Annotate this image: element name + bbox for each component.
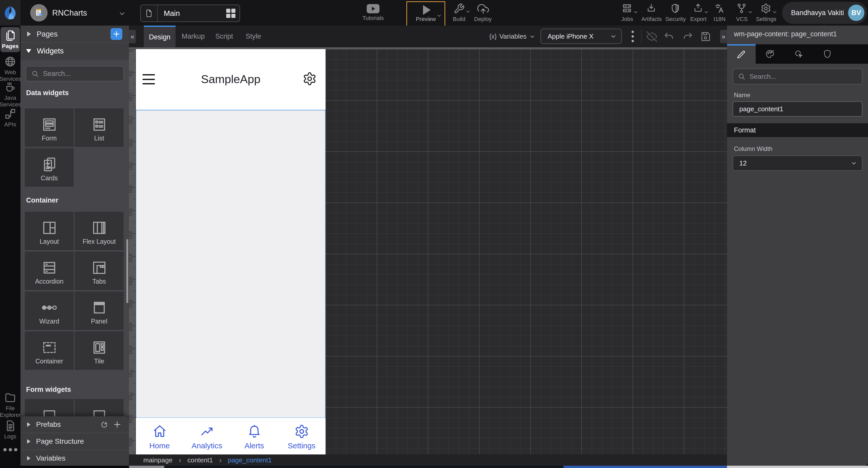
widget-tile-tile[interactable]: Tile bbox=[75, 331, 124, 370]
widget-tile-label: Form bbox=[42, 135, 57, 142]
tab-script[interactable]: Script bbox=[211, 26, 237, 47]
project-menu-chevron-icon[interactable] bbox=[118, 10, 126, 18]
widget-tile-wizard[interactable]: Wizard bbox=[25, 292, 74, 330]
tab-styles[interactable] bbox=[756, 44, 784, 64]
sidebar-item-logs[interactable]: Logs bbox=[0, 420, 21, 440]
wavemaker-studio-window: RNCharts Main Tutorials Preview Build bbox=[0, 0, 868, 468]
save-icon[interactable] bbox=[700, 31, 711, 42]
widgets-section-header[interactable]: Widgets bbox=[21, 42, 129, 60]
artifacts-button[interactable]: Artifacts bbox=[639, 0, 664, 26]
page-structure-section-header[interactable]: Page Structure bbox=[21, 433, 129, 450]
prefabs-refresh-icon[interactable] bbox=[99, 421, 107, 428]
widgets-list: Data widgets Form List Cards Container L… bbox=[21, 60, 129, 416]
column-width-select[interactable]: 12 bbox=[733, 156, 862, 171]
name-field-label: Name bbox=[734, 92, 750, 99]
project-avatar[interactable] bbox=[30, 4, 48, 22]
breadcrumb-item-mainpage[interactable]: mainpage bbox=[143, 456, 173, 464]
bottom-edge-right bbox=[727, 466, 868, 468]
widget-search[interactable] bbox=[26, 66, 124, 81]
hide-preview-icon[interactable] bbox=[646, 31, 657, 42]
redo-icon[interactable] bbox=[682, 31, 693, 42]
page-selector[interactable]: Main bbox=[140, 5, 240, 22]
jobs-chevron-icon bbox=[633, 9, 639, 15]
preview-button[interactable]: Preview bbox=[406, 1, 445, 26]
widget-tile-panel[interactable]: Panel bbox=[75, 292, 124, 330]
deploy-button[interactable]: Deploy bbox=[469, 0, 497, 26]
property-search[interactable] bbox=[733, 69, 862, 85]
nav-item-analytics[interactable]: Analytics bbox=[183, 418, 230, 455]
widget-tile-cards[interactable]: Cards bbox=[25, 148, 74, 187]
widget-tile-layout[interactable]: Layout bbox=[25, 212, 74, 250]
add-page-button[interactable] bbox=[111, 28, 122, 40]
widget-tile-accordion[interactable]: Accordion bbox=[25, 252, 74, 290]
prefabs-add-icon[interactable] bbox=[113, 421, 121, 429]
cursor-click-icon bbox=[794, 49, 804, 59]
collapse-right-panel-button[interactable]: » bbox=[720, 30, 727, 43]
property-search-input[interactable] bbox=[749, 72, 847, 81]
wavemaker-logo[interactable] bbox=[0, 0, 21, 26]
phone-app-title[interactable]: SampleApp bbox=[136, 73, 326, 86]
widget-tile-label: Container bbox=[35, 358, 63, 365]
build-button[interactable]: Build bbox=[446, 0, 472, 26]
sidebar-item-file-explorer[interactable]: File Explorer bbox=[0, 392, 21, 419]
tab-design[interactable]: Design bbox=[144, 26, 176, 47]
phone-header-gear-icon[interactable] bbox=[303, 72, 317, 86]
tab-markup[interactable]: Markup bbox=[179, 26, 207, 47]
tab-security[interactable] bbox=[813, 44, 842, 64]
canvas-horizontal-scrollbar[interactable] bbox=[129, 466, 164, 468]
tutorials-button[interactable]: Tutorials bbox=[358, 0, 389, 26]
canvas-more-menu[interactable] bbox=[627, 26, 638, 47]
breadcrumb-item-content1[interactable]: content1 bbox=[187, 456, 213, 464]
widget-tile-label: Wizard bbox=[39, 317, 59, 325]
i18n-button[interactable]: I18N bbox=[709, 0, 730, 26]
security-button[interactable]: Security bbox=[663, 0, 688, 26]
user-menu[interactable]: Bandhavya Vakiti BV bbox=[782, 2, 867, 24]
file-explorer-label: File Explorer bbox=[0, 405, 21, 419]
page-content-selected-area[interactable] bbox=[136, 110, 326, 417]
artifacts-download-icon bbox=[646, 3, 657, 14]
widget-tile-clipped-1[interactable] bbox=[25, 399, 74, 416]
tab-style[interactable]: Style bbox=[241, 26, 266, 47]
pages-section-header[interactable]: Pages bbox=[21, 26, 129, 43]
tab-properties[interactable] bbox=[727, 44, 756, 64]
widget-tile-clipped-2[interactable] bbox=[75, 399, 124, 416]
undo-icon[interactable] bbox=[664, 31, 675, 42]
preview-chevron-icon[interactable] bbox=[436, 13, 442, 19]
name-field[interactable] bbox=[733, 101, 862, 116]
settings-gear-icon bbox=[761, 3, 772, 14]
collapse-left-panel-button[interactable]: « bbox=[129, 30, 136, 43]
sidebar-item-java-services[interactable]: Java Services bbox=[0, 81, 21, 108]
device-selector[interactable]: Apple iPhone X bbox=[540, 29, 622, 44]
widget-tile-form[interactable]: Form bbox=[25, 108, 74, 147]
canvas-grid[interactable] bbox=[326, 49, 727, 455]
nav-item-alerts[interactable]: Alerts bbox=[230, 418, 278, 455]
pages-caret-icon bbox=[27, 31, 31, 37]
explorer-scrollbar[interactable] bbox=[126, 239, 128, 303]
jobs-button[interactable]: Jobs bbox=[616, 0, 638, 26]
settings-button[interactable]: Settings bbox=[753, 0, 779, 26]
breadcrumb-item-page-content1[interactable]: page_content1 bbox=[228, 456, 272, 464]
sidebar-item-web-services[interactable]: Web Services bbox=[0, 56, 21, 82]
sidebar-item-pages[interactable]: Pages bbox=[1, 27, 20, 52]
format-section-header[interactable]: Format bbox=[727, 123, 868, 137]
vcs-button[interactable]: VCS bbox=[731, 0, 753, 26]
widget-tile-list[interactable]: List bbox=[75, 108, 124, 147]
page-grid-icon[interactable] bbox=[226, 9, 236, 18]
wizard-widget-icon bbox=[41, 299, 58, 316]
wavemaker-wave-icon bbox=[3, 5, 18, 20]
prefabs-section-header[interactable]: Prefabs bbox=[21, 416, 129, 433]
sidebar-item-apis[interactable]: APIs bbox=[0, 108, 21, 128]
variables-dropdown[interactable]: {x} Variables bbox=[489, 26, 535, 47]
widget-tile-container[interactable]: Container bbox=[25, 331, 74, 370]
widget-search-input[interactable] bbox=[42, 70, 115, 78]
export-button[interactable]: Export bbox=[687, 0, 710, 26]
sidebar-more-dots-icon[interactable] bbox=[0, 448, 21, 452]
nav-item-home[interactable]: Home bbox=[136, 418, 183, 455]
tab-events[interactable] bbox=[784, 44, 813, 64]
variables-section-header[interactable]: Variables bbox=[21, 450, 129, 466]
nav-item-settings[interactable]: Settings bbox=[278, 418, 325, 455]
widget-tile-tabs[interactable]: Tabs bbox=[75, 252, 124, 290]
widget-tile-flex-layout[interactable]: Flex Layout bbox=[75, 212, 124, 250]
bell-icon bbox=[247, 424, 262, 439]
security-label: Security bbox=[665, 16, 686, 23]
